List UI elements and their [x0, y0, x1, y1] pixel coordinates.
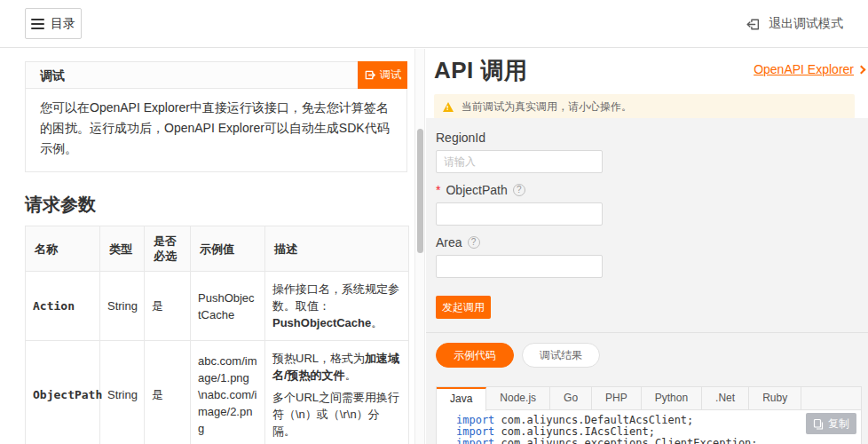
result-tabs: 示例代码调试结果 [436, 343, 855, 368]
api-call-body: RegionId*ObjectPath?Area? 发起调用 示例代码调试结果 … [426, 118, 868, 444]
lang-tab-go[interactable]: Go [550, 387, 592, 410]
openapi-explorer-link-label: OpenAPI Explorer [754, 62, 854, 76]
form-field-objectpath: *ObjectPath? [436, 181, 855, 226]
area-input[interactable] [436, 255, 603, 278]
lang-tab-java[interactable]: Java [437, 387, 486, 411]
result-tab[interactable]: 示例代码 [436, 343, 514, 368]
param-example: PushObjectCache [191, 272, 265, 341]
params-table-header-row: 名称类型是否必选示例值描述 [26, 226, 409, 272]
param-required: 是 [145, 341, 191, 444]
debug-card-description: 您可以在OpenAPI Explorer中直接运行该接口，免去您计算签名的困扰。… [26, 89, 406, 171]
objectpath-input[interactable] [436, 202, 603, 226]
param-description: 操作接口名，系统规定参数。取值：PushObjectCache。 [265, 272, 409, 341]
lang-tab-ruby[interactable]: Ruby [749, 387, 801, 410]
field-label-row: RegionId [436, 129, 855, 146]
exit-debug-mode-button[interactable]: 退出调试模式 [746, 0, 843, 48]
form-field-area: Area? [436, 234, 855, 278]
code-card: JavaNode.jsGoPHPPython.NetRuby import co… [436, 386, 862, 444]
panel-divider [414, 49, 425, 444]
required-star: * [436, 183, 440, 197]
api-call-header: API 调用 OpenAPI Explorer 当前调试为真实调用，请小心操作。 [426, 49, 868, 118]
param-name: Action [26, 272, 100, 341]
language-tabbar: JavaNode.jsGoPHPPython.NetRuby [437, 387, 861, 410]
regionid-input[interactable] [436, 150, 603, 173]
field-label: RegionId [436, 131, 485, 145]
api-call-form: RegionId*ObjectPath?Area? [436, 129, 855, 278]
column-header: 描述 [265, 226, 409, 272]
lang-tab-net[interactable]: .Net [702, 387, 749, 410]
param-required: 是 [145, 272, 191, 341]
params-table: 名称类型是否必选示例值描述 ActionString是PushObjectCac… [25, 226, 409, 444]
api-call-title: API 调用 [434, 57, 528, 83]
field-label: Area [436, 235, 462, 250]
help-icon[interactable]: ? [468, 236, 480, 249]
warning-icon [443, 102, 454, 112]
toc-menu-label: 目录 [51, 16, 75, 32]
copy-button[interactable]: 复制 [806, 413, 856, 434]
form-field-regionid: RegionId [436, 129, 855, 173]
param-type: String [100, 272, 145, 341]
lang-tab-php[interactable]: PHP [592, 387, 642, 410]
param-type: String [100, 341, 145, 444]
desc-paragraph: 预热URL，格式为加速域名/预热的文件。 [272, 350, 401, 384]
column-header: 是否必选 [145, 226, 191, 272]
invoke-button[interactable]: 发起调用 [436, 296, 491, 319]
desc-text: 预热URL，格式为加速域名/预热的文件。 [272, 352, 399, 382]
field-label-row: *ObjectPath? [436, 181, 855, 198]
doc-panel: 调试 调试 您可以在OpenAPI Explorer中直接运行该接口，免去您计算… [0, 49, 414, 444]
code-area: import com.aliyuncs.DefaultAcsClient;imp… [437, 410, 861, 444]
debug-button[interactable]: 调试 [358, 61, 407, 89]
field-label-row: Area? [436, 234, 855, 250]
desc-paragraph: 操作接口名，系统规定参数。取值：PushObjectCache。 [272, 281, 401, 331]
api-call-panel: API 调用 OpenAPI Explorer 当前调试为真实调用，请小心操作。… [426, 49, 868, 444]
param-description: 预热URL，格式为加速域名/预热的文件。多个URL之间需要用换行符（\n）或（\… [265, 341, 409, 444]
lang-tab-python[interactable]: Python [642, 387, 702, 410]
field-label: ObjectPath [446, 183, 507, 197]
exit-debug-label: 退出调试模式 [769, 16, 843, 32]
debug-button-label: 调试 [380, 67, 401, 83]
debug-card: 调试 调试 您可以在OpenAPI Explorer中直接运行该接口，免去您计算… [25, 61, 407, 172]
warning-banner: 当前调试为真实调用，请小心操作。 [434, 94, 855, 119]
desc-text: 操作接口名，系统规定参数。取值：PushObjectCache。 [272, 282, 399, 329]
desc-paragraph: 多个URL之间需要用换行符（\n）或（\r\n）分隔。 [272, 389, 401, 440]
debug-run-icon [364, 69, 375, 81]
column-header: 类型 [100, 226, 145, 272]
toc-menu-button[interactable]: 目录 [25, 8, 82, 39]
section-divider [426, 332, 868, 333]
column-header: 示例值 [191, 226, 265, 272]
request-params-heading: 请求参数 [25, 193, 414, 217]
param-name: ObjectPath [26, 341, 100, 444]
chevron-right-icon [857, 66, 866, 75]
exit-icon [746, 17, 761, 32]
desc-text: 多个URL之间需要用换行符（\n）或（\r\n）分隔。 [272, 391, 399, 438]
param-example: abc.com/image/1.png\nabc.com/image/2.png [191, 341, 265, 444]
copy-icon [813, 418, 824, 430]
copy-button-label: 复制 [828, 416, 849, 432]
code-line: import com.aliyuncs.exceptions.ClientExc… [456, 438, 861, 444]
column-header: 名称 [26, 226, 100, 272]
debug-card-title: 调试 [26, 62, 406, 89]
openapi-explorer-link[interactable]: OpenAPI Explorer [754, 62, 864, 76]
warning-text: 当前调试为真实调用，请小心操作。 [462, 99, 632, 115]
hamburger-icon [31, 19, 44, 29]
lang-tab-nodejs[interactable]: Node.js [486, 387, 550, 410]
scrollbar-thumb[interactable] [417, 129, 423, 253]
param-row: ActionString是PushObjectCache操作接口名，系统规定参数… [26, 272, 409, 341]
param-row: ObjectPathString是abc.com/image/1.png\nab… [26, 341, 409, 444]
result-tab[interactable]: 调试结果 [522, 343, 600, 368]
help-icon[interactable]: ? [513, 184, 525, 196]
top-bar: 目录 退出调试模式 [0, 0, 868, 48]
